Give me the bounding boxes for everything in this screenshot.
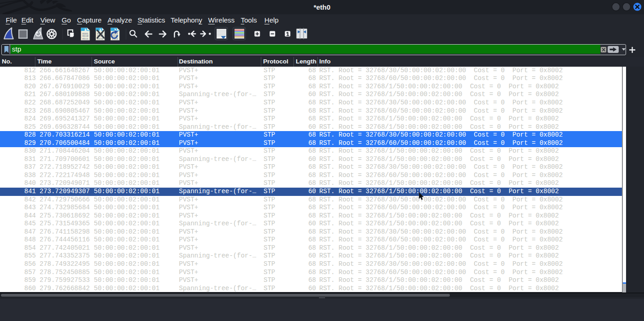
svg-text:0111: 0111 (82, 38, 88, 40)
